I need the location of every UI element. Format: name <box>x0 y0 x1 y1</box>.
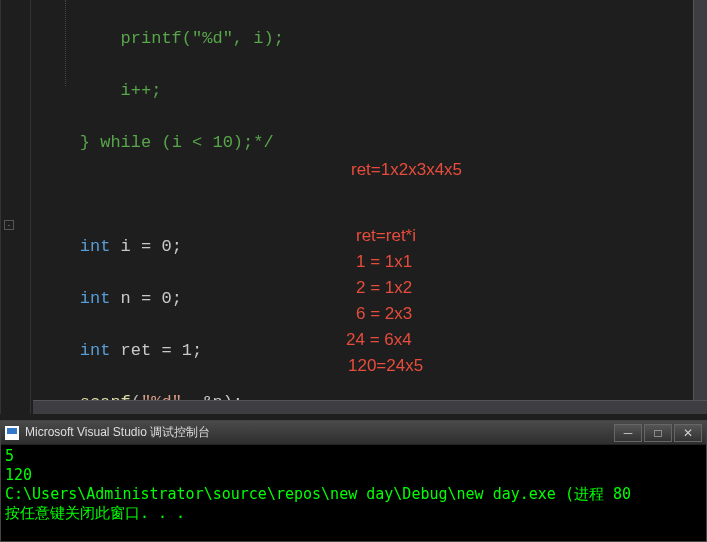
code-text: i = 0; <box>110 237 181 256</box>
code-text: n = 0; <box>110 289 181 308</box>
minimize-button[interactable]: ─ <box>614 424 642 442</box>
annotation-text: 120=24x5 <box>348 356 423 376</box>
code-text: printf("%d", i); <box>39 29 284 48</box>
annotation-text: 2 = 1x2 <box>356 278 412 298</box>
horizontal-scrollbar[interactable] <box>33 400 707 414</box>
annotation-text: ret=1x2x3x4x5 <box>351 160 462 180</box>
code-text: } while (i < 10);*/ <box>39 133 274 152</box>
annotation-text: ret=ret*i <box>356 226 416 246</box>
annotation-text: 24 = 6x4 <box>346 330 412 350</box>
debug-console-window: Microsoft Visual Studio 调试控制台 ─ □ ✕ 5 12… <box>0 420 707 542</box>
console-line: 按任意键关闭此窗口. . . <box>5 504 185 522</box>
console-titlebar[interactable]: Microsoft Visual Studio 调试控制台 ─ □ ✕ <box>1 421 706 445</box>
maximize-button[interactable]: □ <box>644 424 672 442</box>
vertical-scrollbar[interactable] <box>693 0 707 400</box>
code-text: i++; <box>39 81 161 100</box>
annotation-text: 6 = 2x3 <box>356 304 412 324</box>
console-line: 5 <box>5 447 14 465</box>
console-line: 120 <box>5 466 32 484</box>
console-output[interactable]: 5 120 C:\Users\Administrator\source\repo… <box>1 445 706 541</box>
console-line: C:\Users\Administrator\source\repos\new … <box>5 485 631 503</box>
code-content[interactable]: printf("%d", i); i++; } while (i < 10);*… <box>1 0 707 414</box>
window-controls: ─ □ ✕ <box>614 424 702 442</box>
code-text: ret = 1; <box>110 341 202 360</box>
keyword-int: int <box>80 341 111 360</box>
close-button[interactable]: ✕ <box>674 424 702 442</box>
vs-icon <box>5 426 19 440</box>
keyword-int: int <box>80 237 111 256</box>
code-editor[interactable]: - printf("%d", i); i++; } while (i < 10)… <box>0 0 707 414</box>
keyword-int: int <box>80 289 111 308</box>
console-title: Microsoft Visual Studio 调试控制台 <box>25 424 614 441</box>
annotation-text: 1 = 1x1 <box>356 252 412 272</box>
